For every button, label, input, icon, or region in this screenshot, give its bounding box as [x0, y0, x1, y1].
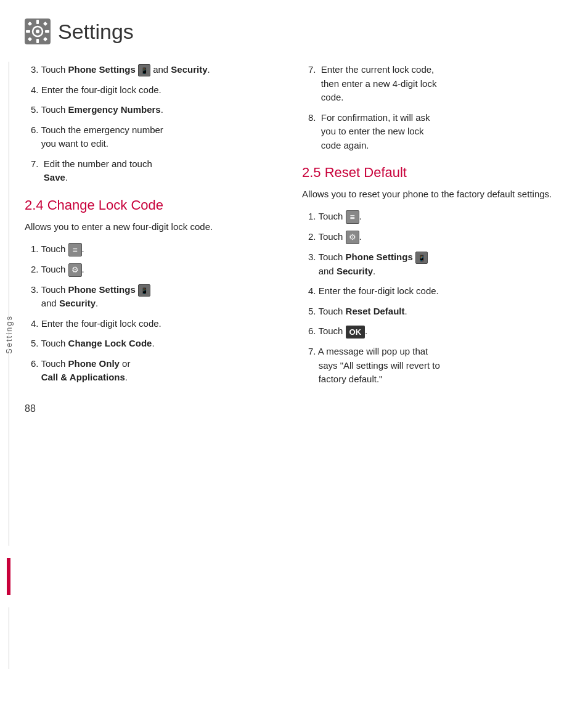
right-25-item-5-bold: Reset Default: [346, 306, 405, 316]
svg-rect-3: [36, 20, 39, 24]
right-25-item-3-bold2: Security: [337, 266, 373, 276]
menu-icon-24-1: ≡: [68, 243, 82, 257]
right-column: 7. Enter the current lock code, then ent…: [302, 63, 576, 427]
svg-rect-6: [45, 30, 49, 33]
section-25-heading: 2.5 Reset Default: [302, 165, 576, 181]
left-item-5-text: 5. Touch Emergency Numbers.: [31, 104, 163, 115]
left-item-7-text: 7. Edit the number and touch Save.: [31, 158, 152, 183]
right-25-item-2: 2. Touch ⚙.: [302, 230, 576, 244]
left-item-7-bold: Save: [44, 172, 65, 183]
svg-point-2: [36, 30, 39, 33]
menu-icon-25-1: ≡: [346, 210, 359, 224]
phone-icon-25-3: 📱: [415, 252, 428, 264]
right-25-item-5: 5. Touch Reset Default.: [302, 305, 576, 319]
svg-rect-5: [26, 30, 30, 33]
phone-settings-icon-3-left: 📱: [138, 64, 150, 76]
page-title: Settings: [58, 20, 134, 44]
header-icon: [25, 18, 51, 44]
right-item-8: 8. For confirmation, it will ask you to …: [302, 111, 576, 153]
left-item-3: 3. Touch Phone Settings 📱 and Security.: [25, 63, 284, 77]
page-header: Settings: [25, 18, 576, 44]
left-24-item-3-bold1: Phone Settings: [68, 284, 136, 295]
sidebar-bar: [7, 558, 10, 595]
left-24-item-2: 2. Touch ⚙.: [25, 263, 284, 277]
sidebar-line-bottom: [9, 607, 9, 669]
gear-icon-25-2: ⚙: [346, 231, 359, 244]
left-item-7: 7. Edit the number and touch Save.: [25, 157, 284, 185]
main-content: Settings 3. Touch Phone Settings 📱 and S…: [25, 0, 576, 427]
left-column: 3. Touch Phone Settings 📱 and Security. …: [25, 63, 284, 427]
svg-rect-4: [36, 39, 39, 43]
right-25-item-7: 7. A message will pop up that says "All …: [302, 345, 576, 387]
left-24-item-3-bold2: Security: [59, 298, 96, 308]
section-25-intro: Allows you to reset your phone to the fa…: [302, 187, 576, 201]
sidebar-line-top: [9, 62, 9, 546]
left-24-item-5-bold: Change Lock Code: [68, 338, 152, 348]
left-item-6-text: 6. Touch the emergency number you want t…: [31, 125, 163, 149]
page-footer: 88: [25, 391, 284, 427]
right-25-item-4: 4. Enter the four-digit lock code.: [302, 284, 576, 298]
ok-icon: OK: [346, 326, 365, 339]
left-item-3-num: 3. Touch Phone Settings 📱 and Security.: [31, 64, 210, 75]
two-column-layout: 3. Touch Phone Settings 📱 and Security. …: [25, 63, 576, 427]
left-24-item-4: 4. Enter the four-digit lock code.: [25, 317, 284, 331]
left-24-item-6-bold2: Call & Applications: [41, 372, 125, 382]
right-25-item-1: 1. Touch ≡.: [302, 210, 576, 224]
sidebar: Settings: [0, 0, 17, 706]
left-24-item-5: 5. Touch Change Lock Code.: [25, 337, 284, 351]
left-item-4: 4. Enter the four-digit lock code.: [25, 83, 284, 97]
right-item-7: 7. Enter the current lock code, then ent…: [302, 63, 576, 105]
gear-icon-24-2: ⚙: [68, 263, 82, 277]
left-24-item-1: 1. Touch ≡.: [25, 242, 284, 257]
phone-icon-24-3: 📱: [138, 284, 150, 297]
right-25-item-6: 6. Touch OK.: [302, 324, 576, 339]
right-25-item-3-bold1: Phone Settings: [346, 252, 413, 262]
right-25-item-3: 3. Touch Phone Settings 📱 and Security.: [302, 250, 576, 278]
section-24-heading: 2.4 Change Lock Code: [25, 197, 284, 213]
section-24-intro: Allows you to enter a new four-digit loc…: [25, 220, 284, 234]
left-24-item-6: 6. Touch Phone Only or Call & Applicatio…: [25, 357, 284, 385]
page-number: 88: [25, 403, 36, 414]
left-item-5: 5. Touch Emergency Numbers.: [25, 103, 284, 117]
left-24-item-6-bold1: Phone Only: [68, 358, 120, 369]
left-item-3-bold2: Security: [171, 64, 207, 75]
left-item-3-bold1: Phone Settings: [68, 64, 136, 75]
left-item-5-bold: Emergency Numbers: [68, 104, 161, 115]
left-item-6: 6. Touch the emergency number you want t…: [25, 123, 284, 151]
left-item-4-text: 4. Enter the four-digit lock code.: [31, 84, 161, 95]
left-24-item-3: 3. Touch Phone Settings 📱 and Security.: [25, 283, 284, 311]
